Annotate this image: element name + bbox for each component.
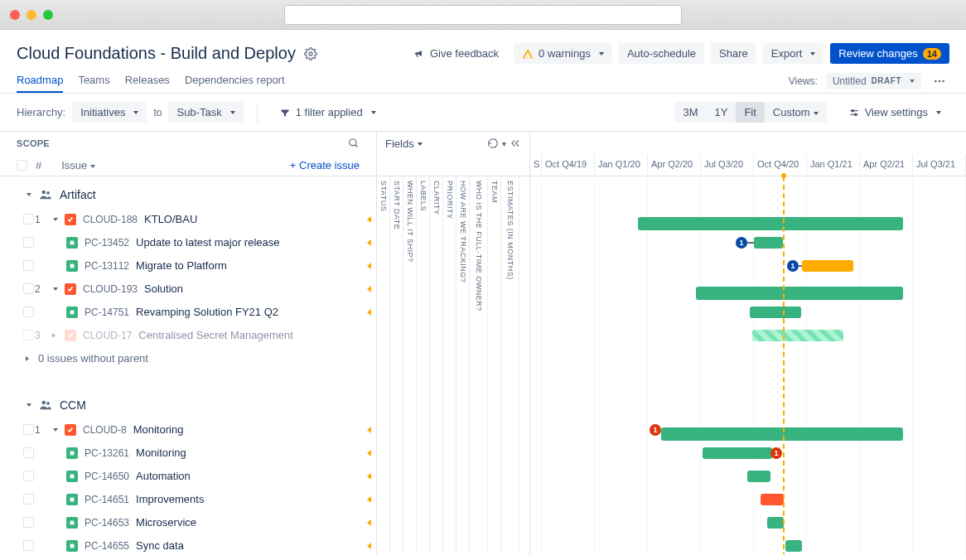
group-artifact[interactable]: Artifact xyxy=(0,176,376,208)
issue-summary: Monitoring xyxy=(136,447,186,459)
more-menu-icon[interactable] xyxy=(930,71,949,91)
field-column[interactable]: TEAM xyxy=(488,176,501,554)
chevron-down-icon[interactable] xyxy=(23,193,31,196)
dependency-badge[interactable]: 1 xyxy=(770,447,782,459)
tab-roadmap[interactable]: Roadmap xyxy=(17,69,63,93)
warnings-button[interactable]: 0 warnings xyxy=(514,43,612,64)
chevron-down-icon[interactable] xyxy=(50,218,58,221)
field-column[interactable]: WHEN WILL IT SHIP? xyxy=(403,176,417,554)
issue-row[interactable]: 3 CLOUD-17 Centralised Secret Management xyxy=(0,324,376,347)
issue-row[interactable]: PC-14751 Revamping Solution FY21 Q2 xyxy=(0,301,376,324)
range-fit-button[interactable]: Fit xyxy=(736,102,764,123)
gantt-bar[interactable] xyxy=(802,260,853,272)
dependency-badge[interactable]: 1 xyxy=(736,237,747,249)
range-custom-button[interactable]: Custom xyxy=(765,102,827,123)
gantt-bar[interactable] xyxy=(767,517,784,529)
row-checkbox[interactable] xyxy=(23,283,34,294)
issue-row[interactable]: 1 CLOUD-188 KTLO/BAU xyxy=(0,208,376,231)
select-all-checkbox[interactable] xyxy=(17,160,27,171)
tab-releases[interactable]: Releases xyxy=(125,69,170,93)
create-issue-button[interactable]: + Create issue xyxy=(290,159,360,171)
row-checkbox[interactable] xyxy=(23,237,34,248)
issue-col-label[interactable]: Issue xyxy=(61,159,95,171)
hierarchy-to-select[interactable]: Sub-Task xyxy=(168,102,243,123)
field-column[interactable]: ESTIMATES (IN MONTHS) xyxy=(501,176,519,554)
row-checkbox[interactable] xyxy=(23,471,34,481)
gantt-bar[interactable] xyxy=(750,307,801,318)
close-window-button[interactable] xyxy=(10,10,20,20)
row-checkbox[interactable] xyxy=(23,307,34,317)
filter-icon xyxy=(279,107,291,118)
sliders-icon xyxy=(848,107,860,118)
field-column[interactable]: LABELS xyxy=(417,176,430,554)
field-column[interactable]: CLARITY xyxy=(430,176,443,554)
row-checkbox[interactable] xyxy=(23,424,34,435)
row-checkbox[interactable] xyxy=(23,540,34,551)
dependency-badge[interactable]: 1 xyxy=(650,424,661,436)
gantt-bar[interactable] xyxy=(754,237,783,249)
gantt-bar[interactable] xyxy=(696,287,903,300)
url-bar[interactable] xyxy=(284,5,682,25)
fields-dropdown[interactable]: Fields xyxy=(385,138,423,150)
field-column[interactable]: STATUS xyxy=(377,176,390,554)
chevron-right-icon[interactable] xyxy=(50,333,58,338)
view-settings-button[interactable]: View settings xyxy=(840,102,949,123)
range-3m-button[interactable]: 3M xyxy=(674,102,706,123)
row-checkbox[interactable] xyxy=(23,517,34,528)
issue-row[interactable]: PC-13112 Migrate to Platform xyxy=(0,254,376,278)
tab-dependencies[interactable]: Dependencies report xyxy=(185,69,285,93)
issue-row[interactable]: PC-14655 Sync data xyxy=(0,534,376,554)
gantt-bar[interactable] xyxy=(747,471,770,482)
chevron-right-icon[interactable] xyxy=(23,356,31,361)
issue-row[interactable]: PC-14650 Automation xyxy=(0,465,376,488)
gantt-bar[interactable] xyxy=(638,217,903,230)
auto-schedule-button[interactable]: Auto-schedule xyxy=(619,43,704,64)
filters-button[interactable]: 1 filter applied xyxy=(271,102,384,123)
field-column[interactable]: WHO IS THE FULL-TIME OWNER? xyxy=(470,176,488,554)
issue-row[interactable]: PC-14651 Improvements xyxy=(0,488,376,511)
chevron-down-icon[interactable] xyxy=(50,428,58,432)
give-feedback-button[interactable]: Give feedback xyxy=(405,43,507,64)
field-column[interactable]: START DATE xyxy=(390,176,403,554)
collapse-icon[interactable] xyxy=(510,138,521,149)
gantt-bar[interactable] xyxy=(761,494,784,505)
search-icon[interactable] xyxy=(348,138,360,149)
view-selector[interactable]: Untitled DRAFT xyxy=(826,73,921,89)
field-column[interactable]: HOW ARE WE TRACKING? xyxy=(456,176,470,554)
maximize-window-button[interactable] xyxy=(43,10,53,20)
chevron-down-icon[interactable] xyxy=(50,287,58,291)
share-button[interactable]: Share xyxy=(711,43,756,64)
issue-row[interactable]: PC-13452 Update to latest major release xyxy=(0,231,376,254)
hierarchy-from-select[interactable]: Initiatives xyxy=(72,102,147,123)
row-checkbox[interactable] xyxy=(23,330,34,340)
issue-row[interactable]: 2 CLOUD-193 Solution xyxy=(0,278,376,301)
range-1y-button[interactable]: 1Y xyxy=(706,102,736,123)
minimize-window-button[interactable] xyxy=(27,10,36,20)
row-checkbox[interactable] xyxy=(23,494,34,504)
field-column-label: START DATE xyxy=(393,181,401,554)
no-parent-row[interactable]: 0 issues without parent xyxy=(0,347,376,370)
undo-icon[interactable] xyxy=(487,138,499,149)
row-checkbox[interactable] xyxy=(23,447,34,458)
issue-row[interactable]: 1 CLOUD-8 Monitoring xyxy=(0,418,376,442)
field-column[interactable]: PRIORITY xyxy=(443,176,456,554)
gantt-bar[interactable] xyxy=(661,427,903,441)
gear-icon[interactable] xyxy=(304,47,317,60)
undo-redo-icons[interactable]: ▾ xyxy=(487,138,521,149)
timeline-body: 1 1 1 1 xyxy=(530,176,966,554)
tab-teams[interactable]: Teams xyxy=(78,69,109,93)
gantt-bar[interactable] xyxy=(785,540,802,552)
timeline-panel[interactable]: SOct Q4/19Jan Q1/20Apr Q2/20Jul Q3/20Oct… xyxy=(530,132,966,554)
chevron-down-icon[interactable] xyxy=(23,403,31,407)
row-checkbox[interactable] xyxy=(23,260,34,271)
review-changes-button[interactable]: Review changes 14 xyxy=(830,43,949,64)
group-ccm[interactable]: CCM xyxy=(0,387,376,418)
gantt-bar[interactable] xyxy=(752,330,843,341)
row-checkbox[interactable] xyxy=(23,214,34,224)
gantt-bar[interactable] xyxy=(703,447,772,459)
issue-summary: Microservice xyxy=(136,516,196,529)
issue-row[interactable]: PC-13261 Monitoring xyxy=(0,442,376,465)
issue-row[interactable]: PC-14653 Microservice xyxy=(0,511,376,534)
dependency-badge[interactable]: 1 xyxy=(787,260,799,272)
export-button[interactable]: Export xyxy=(763,43,824,64)
